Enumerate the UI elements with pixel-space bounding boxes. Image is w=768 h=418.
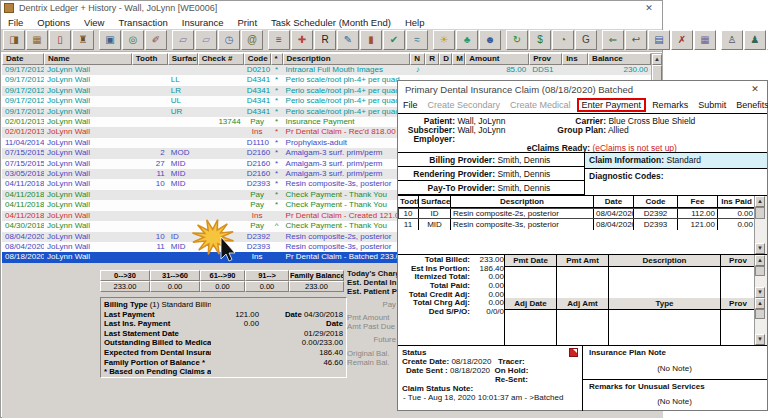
clipboard-icon[interactable]: ≡ <box>268 30 290 50</box>
person-icon[interactable]: ☻ <box>479 30 501 50</box>
claim-information-cell[interactable]: Claim Information: Standard <box>584 153 767 169</box>
aging-cell: 91--> <box>245 270 289 281</box>
pen-icon[interactable]: ✎ <box>337 30 359 50</box>
menu-item-view[interactable]: View <box>77 17 111 28</box>
computer-icon[interactable]: ▣ <box>99 30 121 50</box>
dialog-menu-benefits-cov[interactable]: Benefits/Cov <box>732 99 768 111</box>
ledger-column-header[interactable]: Code <box>244 53 271 65</box>
procedure-row[interactable]: 10IDResin composite-2s, posterior08/04/2… <box>398 208 767 219</box>
medical-cross-icon[interactable]: ✚ <box>291 30 313 50</box>
arrow-left-icon[interactable]: ⇐ <box>602 30 624 50</box>
dialog-menu-enter-payment[interactable]: Enter Payment <box>577 98 647 112</box>
ledger-column-header[interactable]: M <box>452 53 465 65</box>
dialog-menu-remarks[interactable]: Remarks <box>648 99 692 111</box>
ledger-column-header[interactable]: Date <box>2 53 44 65</box>
menu-item-print[interactable]: Print <box>231 17 265 28</box>
document-icon[interactable]: ▯ <box>49 30 71 50</box>
patient-picture-icon[interactable]: ▦ <box>26 30 48 50</box>
tx-plan-icon[interactable]: ✗ <box>671 30 693 50</box>
scroll-down-icon[interactable]: ▼ <box>755 243 765 254</box>
ledger-row[interactable]: 09/17/2012JoLynn WallD0210*Intraoral Ful… <box>2 65 651 75</box>
scroll-up-icon[interactable]: ▲ <box>755 298 765 309</box>
aging-values-row: 233.000.000.000.00233.00 <box>100 281 344 292</box>
waves-icon[interactable]: ≈ <box>406 30 428 50</box>
ledger-column-header[interactable]: Description <box>283 53 411 65</box>
return-icon[interactable]: ↩ <box>625 30 647 50</box>
menu-item-transaction[interactable]: Transaction <box>111 17 174 28</box>
billing-row: Outstanding Billed to Medical/Dental0.00… <box>104 338 343 348</box>
folder-icon[interactable]: ▱ <box>172 30 194 50</box>
guarantor-icon[interactable]: ◔ <box>552 30 574 50</box>
dialog-menu-submit[interactable]: Submit <box>694 99 730 111</box>
ledger-column-header[interactable]: R <box>425 53 439 65</box>
email-icon[interactable]: @ <box>241 30 263 50</box>
lightbulb-icon[interactable]: ☀ <box>433 30 455 50</box>
billing-row: Last Ins. Payment0.00Date <box>104 319 343 329</box>
scroll-up-icon[interactable]: ▲ <box>652 54 662 65</box>
scroll-thumb[interactable] <box>755 309 765 319</box>
billing-row: Last Statement Date01/29/2018 <box>104 329 343 339</box>
ledger-column-header[interactable]: Name <box>44 53 132 65</box>
scroll-down-icon[interactable]: ▼ <box>755 287 765 298</box>
ledger-column-header[interactable]: Balance <box>588 53 651 65</box>
fast-checkout-icon[interactable]: ♟ <box>744 30 766 50</box>
ledger-column-header[interactable]: Surface <box>168 53 198 65</box>
walkout-icon[interactable]: ♙ <box>721 30 743 50</box>
office-journal-icon[interactable]: ♜ <box>72 30 94 50</box>
dialog-menu-file[interactable]: File <box>399 99 422 111</box>
payments-scrollbar[interactable]: ▲ ▼ <box>754 255 767 298</box>
hand-icon[interactable]: ✔ <box>383 30 405 50</box>
ledger-column-header[interactable]: Prov <box>529 53 562 65</box>
window-title: Dentrix Ledger + History - Wall, JoLynn … <box>19 3 217 13</box>
procedures-column-header: Tooth <box>398 196 419 207</box>
folder2-icon[interactable]: ▱ <box>195 30 217 50</box>
ledger-cell <box>198 138 244 148</box>
procedures-scrollbar[interactable]: ▲ ▼ <box>754 196 767 254</box>
questionnaire-icon[interactable]: ◎ <box>122 30 144 50</box>
adjustments-scrollbar[interactable]: ▲ ▼ <box>754 298 767 345</box>
switch-window-icon[interactable]: ◨ <box>3 30 25 50</box>
dollar-payment-icon[interactable]: $ <box>529 30 551 50</box>
letter-g-icon[interactable]: G <box>575 30 597 50</box>
ledger-cell: D4341 <box>244 75 271 85</box>
ledger-column-header[interactable]: D <box>439 53 452 65</box>
ins-envelope-icon[interactable]: ▤ <box>648 30 670 50</box>
book-icon[interactable]: ▮ <box>360 30 382 50</box>
billing-amount: 121.00 <box>211 310 259 320</box>
rx-icon[interactable]: R <box>314 30 336 50</box>
ledger-cell <box>271 211 283 221</box>
ledger-column-header[interactable]: Ins <box>562 53 588 65</box>
aging-cell: 233.00 <box>289 281 344 292</box>
perio-chart-icon[interactable]: ✐ <box>145 30 167 50</box>
ledger-column-header[interactable]: Amount <box>465 53 529 65</box>
menu-item-options[interactable]: Options <box>30 17 77 28</box>
menu-item-help[interactable]: Help <box>398 17 432 28</box>
ledger-cell <box>198 86 244 96</box>
scroll-up-icon[interactable]: ▲ <box>755 196 765 207</box>
menu-item-insurance[interactable]: Insurance <box>175 17 231 28</box>
dialog-close-icon[interactable]: ✕ <box>748 83 762 95</box>
billing-amount: 0.00 <box>211 319 259 329</box>
procedure-row[interactable]: 11MIDResin composite-3s, posterior08/04/… <box>398 219 767 230</box>
calculator-icon[interactable]: ▦ <box>694 30 716 50</box>
refresh-icon[interactable]: ↻ <box>506 30 528 50</box>
scroll-thumb[interactable] <box>755 207 765 219</box>
ledger-column-header[interactable]: Tooth <box>132 53 168 65</box>
ledger-column-header[interactable]: N <box>410 53 425 65</box>
clock-icon[interactable]: ◷ <box>218 30 240 50</box>
empty-cell <box>505 310 557 345</box>
window-close-icon[interactable]: ✕ <box>642 2 656 14</box>
ledger-cell: Perio scale/root pln-4+ per quad <box>283 75 411 85</box>
menu-item-task-scheduler-month-end-[interactable]: Task Scheduler (Month End) <box>264 17 398 28</box>
ledger-cell: Intraoral Full Mouth Images <box>283 65 411 75</box>
ledger-column-header[interactable]: * <box>271 53 283 65</box>
scroll-thumb[interactable] <box>755 266 765 276</box>
leaf-icon[interactable]: ♣ <box>456 30 478 50</box>
menu-item-file[interactable]: File <box>1 17 30 28</box>
diagnostic-codes-cell[interactable]: Diagnostic Codes: <box>584 169 767 196</box>
empty-cell <box>721 310 756 345</box>
scroll-down-icon[interactable]: ▼ <box>755 334 765 345</box>
empty-cell <box>609 310 721 345</box>
ledger-column-header[interactable]: Check # <box>198 53 244 65</box>
scroll-up-icon[interactable]: ▲ <box>755 255 765 266</box>
